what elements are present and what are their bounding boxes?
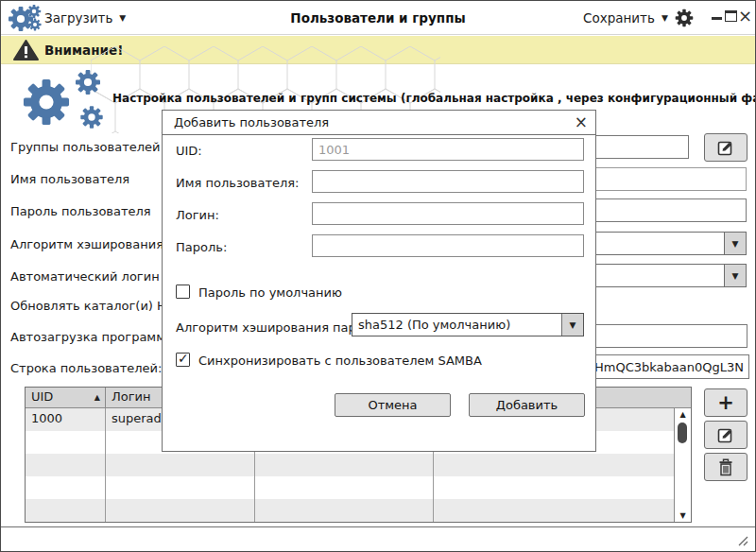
chevron-down-icon: ▼ — [662, 13, 668, 23]
settings-gear-icon[interactable] — [675, 9, 694, 27]
warning-triangle-icon — [13, 40, 39, 61]
default-password-label: Пароль по умолчанию — [198, 285, 342, 300]
trash-icon — [717, 458, 734, 476]
dialog-uid-input[interactable] — [312, 138, 584, 161]
dialog-name-input[interactable] — [312, 170, 584, 193]
confirm-add-button[interactable]: Добавить — [469, 393, 585, 417]
title-bar: Загрузить ▼ Пользователи и группы Сохран… — [1, 1, 755, 35]
table-row[interactable] — [26, 476, 674, 499]
edit-pencil-icon — [717, 139, 734, 156]
plus-icon: + — [717, 393, 734, 413]
label-auto-login: Автоматический логин пол — [10, 269, 187, 284]
dialog-title: Добавить пользователя — [174, 115, 329, 129]
save-menu-label: Сохранить — [583, 10, 655, 26]
window-close-button[interactable]: × — [738, 7, 752, 26]
cancel-button[interactable]: Отмена — [335, 393, 451, 417]
app-logo-gears-large-icon — [12, 69, 112, 133]
scroll-up-icon[interactable]: ▲ — [675, 410, 691, 419]
app-window: Загрузить ▼ Пользователи и группы Сохран… — [0, 0, 756, 552]
dialog-name-label: Имя пользователя: — [176, 176, 299, 190]
dialog-password-label: Пароль: — [176, 240, 227, 254]
samba-sync-checkbox[interactable]: ✓ — [176, 353, 190, 367]
scroll-down-icon[interactable]: ▼ — [675, 511, 691, 520]
dropdown-arrow-icon: ▼ — [724, 265, 746, 286]
samba-sync-label: Синхронизировать с пользователем SAMBA — [198, 354, 482, 368]
minimize-button[interactable] — [712, 17, 722, 20]
label-autostart: Автозагрузка программ по — [10, 330, 185, 344]
label-users-string: Строка пользователей: — [10, 361, 162, 375]
default-password-checkbox[interactable] — [176, 285, 190, 299]
page-heading: Настройка пользователей и групп системы … — [112, 92, 756, 105]
edit-user-button[interactable] — [704, 421, 747, 449]
edit-pencil-icon — [717, 426, 734, 443]
label-user-name: Имя пользователя — [10, 172, 129, 186]
checkmark-icon: ✓ — [178, 351, 189, 366]
dialog-titlebar: Добавить пользователя × — [163, 111, 595, 135]
header-scroll-spacer — [674, 388, 691, 408]
dropdown-arrow-icon: ▼ — [724, 233, 746, 254]
dialog-uid-label: UID: — [176, 144, 202, 158]
dropdown-arrow-icon: ▼ — [561, 314, 583, 336]
save-menu[interactable]: Сохранить ▼ — [583, 10, 668, 26]
dialog-login-label: Логин: — [176, 208, 219, 222]
table-scrollbar[interactable]: ▲ ▼ — [674, 408, 691, 522]
dialog-password-input[interactable] — [312, 234, 584, 257]
dialog-login-input[interactable] — [312, 202, 584, 225]
label-user-password: Пароль пользователя — [10, 204, 151, 218]
label-user-groups: Группы пользователей (по — [10, 140, 184, 154]
table-row[interactable] — [26, 499, 674, 522]
edit-groups-button[interactable] — [704, 133, 747, 162]
scrollbar-thumb[interactable] — [678, 423, 687, 443]
dialog-close-button[interactable]: × — [575, 112, 588, 131]
add-user-dialog: Добавить пользователя × UID: Имя пользов… — [162, 110, 596, 452]
add-user-button[interactable]: + — [704, 388, 747, 417]
status-bar — [1, 526, 755, 552]
dialog-hash-select[interactable]: sha512 (По умолчанию) ▼ — [352, 313, 584, 336]
resize-grip-icon[interactable] — [735, 533, 749, 547]
table-row[interactable] — [26, 454, 674, 476]
sort-asc-icon: ▲ — [94, 393, 100, 402]
label-update-home: Обновлять каталог(и) HO — [10, 299, 176, 313]
delete-user-button[interactable] — [704, 453, 747, 481]
header-uid[interactable]: UID ▲ — [26, 388, 106, 408]
maximize-restore-button[interactable] — [725, 10, 737, 22]
